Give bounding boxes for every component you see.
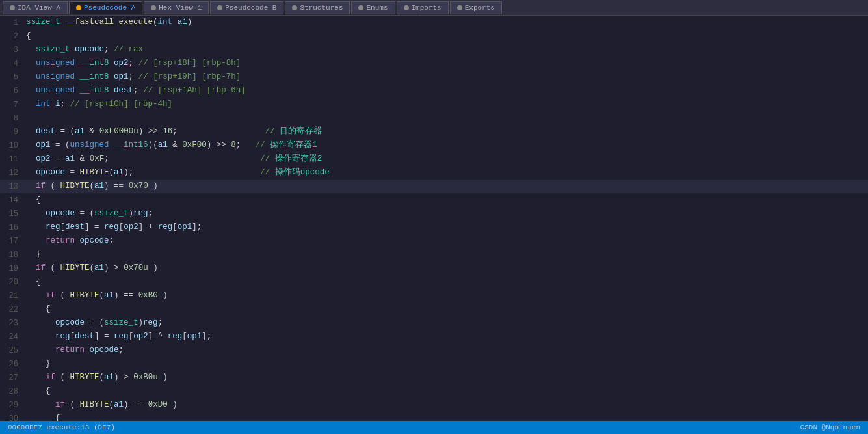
line-content: if ( HIBYTE(a1) == 0xB0 )	[23, 289, 868, 303]
code-line: 19 if ( HIBYTE(a1) > 0x70u )	[0, 262, 868, 275]
line-number: 14	[0, 193, 23, 207]
line-number: 19	[0, 262, 23, 275]
code-line: 21 if ( HIBYTE(a1) == 0xB0 )	[0, 289, 868, 303]
line-content: op2 = a1 & 0xF; // 操作寄存器2	[23, 152, 868, 166]
line-content: opcode = (ssize_t)reg;	[23, 207, 868, 221]
line-content: reg[dest] = reg[op2] ^ reg[op1];	[23, 330, 868, 344]
line-content: opcode = (ssize_t)reg;	[23, 316, 868, 330]
code-line: 3 ssize_t opcode; // rax	[0, 43, 868, 57]
line-number: 5	[0, 70, 23, 84]
code-line: 18 }	[0, 248, 868, 262]
line-number: 22	[0, 303, 23, 316]
line-content: unsigned __int8 op2; // [rsp+18h] [rbp-8…	[23, 57, 868, 70]
status-bar: 00000DE7 execute:13 (DE7) CSDN @Nqoinaen	[0, 421, 868, 434]
tab-pseudocode-a[interactable]: Pseudocode-A	[69, 1, 142, 14]
line-number: 23	[0, 316, 23, 330]
line-number: 9	[0, 125, 23, 139]
tab-bar: IDA View-A Pseudocode-A Hex View-1 Pseud…	[0, 0, 868, 16]
line-number: 27	[0, 371, 23, 385]
line-content: int i; // [rsp+1Ch] [rbp-4h]	[23, 98, 868, 111]
line-content: {	[23, 385, 868, 398]
line-content: if ( HIBYTE(a1) == 0xD0 )	[23, 398, 868, 412]
status-position: 00000DE7 execute:13 (DE7)	[8, 424, 115, 431]
status-watermark: CSDN @Nqoinaen	[800, 424, 860, 431]
line-content: }	[23, 248, 868, 262]
line-number: 28	[0, 385, 23, 398]
line-content: unsigned __int8 op1; // [rsp+19h] [rbp-7…	[23, 70, 868, 84]
line-number: 13	[0, 180, 23, 193]
line-content: ssize_t opcode; // rax	[23, 43, 868, 57]
line-content: if ( HIBYTE(a1) > 0x70u )	[23, 262, 868, 275]
tab-enums[interactable]: Enums	[351, 1, 395, 14]
code-area: 1 ssize_t __fastcall execute(int a1) 2 {…	[0, 16, 868, 421]
line-content: if ( HIBYTE(a1) == 0x70 )	[23, 180, 868, 193]
line-number: 29	[0, 398, 23, 412]
line-content: reg[dest] = reg[op2] + reg[op1];	[23, 221, 868, 234]
tab-imports[interactable]: Imports	[397, 1, 449, 14]
code-line: 27 if ( HIBYTE(a1) > 0xB0u )	[0, 371, 868, 385]
line-content	[23, 111, 868, 125]
line-number: 16	[0, 221, 23, 234]
line-number: 26	[0, 357, 23, 371]
tab-exports[interactable]: Exports	[450, 1, 502, 14]
tab-structures[interactable]: Structures	[285, 1, 350, 14]
line-number: 25	[0, 344, 23, 357]
line-content: return opcode;	[23, 344, 868, 357]
line-content: {	[23, 29, 868, 43]
line-content: }	[23, 357, 868, 371]
code-line: 23 opcode = (ssize_t)reg;	[0, 316, 868, 330]
tab-ida-view[interactable]: IDA View-A	[3, 1, 68, 14]
code-line: 25 return opcode;	[0, 344, 868, 357]
line-number: 12	[0, 166, 23, 180]
line-number: 17	[0, 234, 23, 248]
code-line: 8	[0, 111, 868, 125]
code-line: 7 int i; // [rsp+1Ch] [rbp-4h]	[0, 98, 868, 111]
line-content: {	[23, 412, 868, 421]
code-line: 12 opcode = HIBYTE(a1); // 操作码opcode	[0, 166, 868, 180]
line-content: {	[23, 303, 868, 316]
line-number: 15	[0, 207, 23, 221]
line-content: dest = (a1 & 0xF0000u) >> 16; // 目的寄存器	[23, 125, 868, 139]
line-number: 2	[0, 29, 23, 43]
code-line: 17 return opcode;	[0, 234, 868, 248]
line-number: 3	[0, 43, 23, 57]
code-line: 13 if ( HIBYTE(a1) == 0x70 )	[0, 180, 868, 193]
code-line: 11 op2 = a1 & 0xF; // 操作寄存器2	[0, 152, 868, 166]
code-line: 15 opcode = (ssize_t)reg;	[0, 207, 868, 221]
line-content: ssize_t __fastcall execute(int a1)	[23, 16, 868, 29]
code-line: 24 reg[dest] = reg[op2] ^ reg[op1];	[0, 330, 868, 344]
line-number: 11	[0, 152, 23, 166]
code-line: 4 unsigned __int8 op2; // [rsp+18h] [rbp…	[0, 57, 868, 70]
line-content: unsigned __int8 dest; // [rsp+1Ah] [rbp-…	[23, 84, 868, 98]
line-number: 24	[0, 330, 23, 344]
line-number: 8	[0, 111, 23, 125]
line-content: {	[23, 193, 868, 207]
line-content: {	[23, 275, 868, 289]
code-line: 20 {	[0, 275, 868, 289]
code-line: 6 unsigned __int8 dest; // [rsp+1Ah] [rb…	[0, 84, 868, 98]
line-number: 6	[0, 84, 23, 98]
code-line: 29 if ( HIBYTE(a1) == 0xD0 )	[0, 398, 868, 412]
tab-pseudocode-b[interactable]: Pseudocode-B	[210, 1, 283, 14]
code-line: 30 {	[0, 412, 868, 421]
line-number: 18	[0, 248, 23, 262]
line-content: if ( HIBYTE(a1) > 0xB0u )	[23, 371, 868, 385]
code-line: 5 unsigned __int8 op1; // [rsp+19h] [rbp…	[0, 70, 868, 84]
code-line: 2 {	[0, 29, 868, 43]
line-content: op1 = (unsigned __int16)(a1 & 0xF00) >> …	[23, 139, 868, 152]
line-number: 20	[0, 275, 23, 289]
line-content: return opcode;	[23, 234, 868, 248]
code-line: 26 }	[0, 357, 868, 371]
line-number: 4	[0, 57, 23, 70]
line-number: 10	[0, 139, 23, 152]
tab-hex-view[interactable]: Hex View-1	[144, 1, 209, 14]
code-line: 10 op1 = (unsigned __int16)(a1 & 0xF00) …	[0, 139, 868, 152]
line-number: 21	[0, 289, 23, 303]
line-number: 1	[0, 16, 23, 29]
code-line: 16 reg[dest] = reg[op2] + reg[op1];	[0, 221, 868, 234]
code-line: 14 {	[0, 193, 868, 207]
line-number: 30	[0, 412, 23, 421]
code-line: 28 {	[0, 385, 868, 398]
code-line: 9 dest = (a1 & 0xF0000u) >> 16; // 目的寄存器	[0, 125, 868, 139]
code-line: 1 ssize_t __fastcall execute(int a1)	[0, 16, 868, 29]
